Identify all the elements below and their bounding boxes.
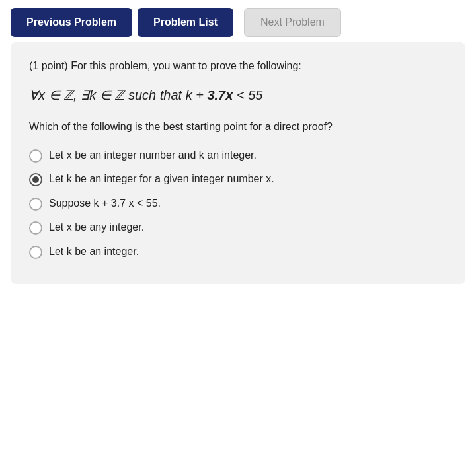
option-5-label: Let k be an integer.: [49, 244, 447, 259]
problem-intro-text: (1 point) For this problem, you want to …: [29, 58, 447, 74]
radio-2[interactable]: [29, 173, 42, 186]
option-4[interactable]: Let x be any integer.: [29, 220, 447, 235]
radio-1[interactable]: [29, 149, 42, 163]
previous-problem-button[interactable]: Previous Problem: [11, 8, 132, 37]
option-1-label: Let x be an integer number and k an inte…: [49, 148, 447, 163]
radio-3[interactable]: [29, 198, 42, 211]
option-5[interactable]: Let k be an integer.: [29, 244, 447, 259]
navigation-buttons: Previous Problem Problem List Next Probl…: [11, 8, 465, 37]
option-2-label: Let k be an integer for a given integer …: [49, 172, 447, 186]
problem-list-button[interactable]: Problem List: [138, 8, 233, 37]
next-problem-button: Next Problem: [244, 8, 341, 37]
math-statement: ∀x ∈ ℤ, ∃k ∈ ℤ such that k + 3.7x < 55: [29, 85, 447, 106]
radio-4[interactable]: [29, 221, 42, 235]
question-text: Which of the following is the best start…: [29, 119, 447, 135]
option-2[interactable]: Let k be an integer for a given integer …: [29, 172, 447, 186]
radio-5[interactable]: [29, 246, 42, 259]
option-1[interactable]: Let x be an integer number and k an inte…: [29, 148, 447, 163]
options-list: Let x be an integer number and k an inte…: [29, 148, 447, 259]
option-3-label: Suppose k + 3.7 x < 55.: [49, 196, 447, 211]
radio-2-inner: [32, 176, 39, 183]
option-4-label: Let x be any integer.: [49, 220, 447, 235]
problem-container: (1 point) For this problem, you want to …: [11, 42, 465, 284]
option-3[interactable]: Suppose k + 3.7 x < 55.: [29, 196, 447, 211]
